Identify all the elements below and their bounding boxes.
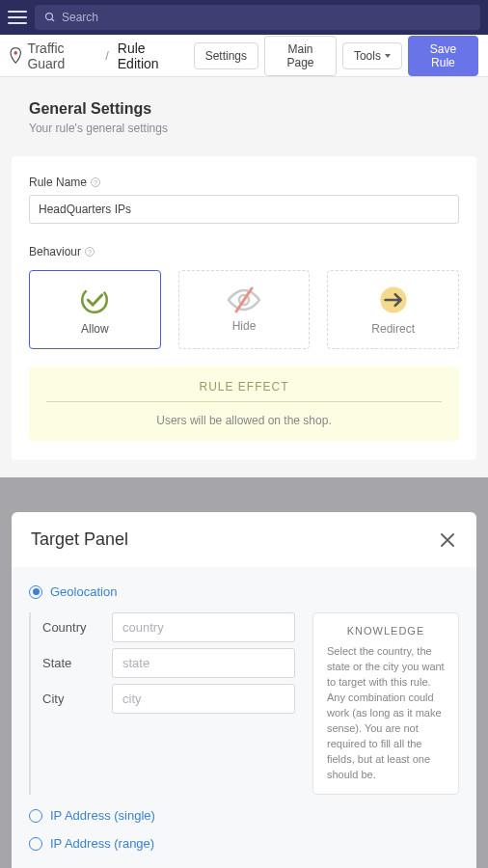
radio-icon: [29, 837, 42, 851]
effect-title: RULE EFFECT: [46, 380, 442, 402]
target-panel: Target Panel Geolocation Country State: [12, 512, 476, 868]
general-card: Rule Name ? Behaviour ? Allow Hide Redir…: [12, 156, 476, 460]
tools-button[interactable]: Tools: [342, 42, 402, 69]
radio-geolocation[interactable]: Geolocation: [29, 584, 459, 599]
modal-overlay: Target Panel Geolocation Country State: [0, 477, 488, 868]
search-wrap[interactable]: [35, 5, 480, 30]
arrow-right-icon: [377, 284, 410, 316]
check-icon: [78, 284, 111, 316]
country-input[interactable]: [112, 612, 295, 642]
behaviour-hide[interactable]: Hide: [178, 270, 311, 349]
general-settings-section: General Settings Your rule's general set…: [0, 77, 488, 145]
settings-button[interactable]: Settings: [194, 42, 258, 69]
page-title: Rule Edition: [118, 41, 182, 71]
chevron-down-icon: [385, 54, 391, 58]
panel-body: Geolocation Country State City: [12, 567, 476, 868]
knowledge-body: Select the country, the state or the cit…: [327, 644, 445, 782]
behaviour-redirect[interactable]: Redirect: [327, 270, 459, 349]
menu-icon[interactable]: [8, 8, 27, 27]
help-icon[interactable]: ?: [91, 177, 100, 187]
panel-header: Target Panel: [12, 512, 476, 567]
state-label: State: [42, 656, 100, 670]
topbar: [0, 0, 488, 35]
state-input[interactable]: [112, 648, 295, 678]
city-label: City: [42, 692, 100, 706]
brand[interactable]: Traffic Guard: [27, 41, 96, 71]
radio-ip-single[interactable]: IP Address (single): [29, 808, 459, 823]
close-icon: [440, 532, 455, 548]
panel-title: Target Panel: [31, 529, 128, 550]
search-input[interactable]: [62, 11, 471, 24]
rule-effect-box: RULE EFFECT Users will be allowed on the…: [29, 366, 459, 441]
section-subtitle: Your rule's general settings: [29, 122, 459, 135]
behaviour-label: Behaviour ?: [29, 245, 459, 258]
radio-icon: [29, 809, 42, 823]
behaviour-allow[interactable]: Allow: [29, 270, 161, 349]
logo-icon: [10, 47, 21, 65]
radio-ip-range[interactable]: IP Address (range): [29, 836, 459, 851]
effect-body: Users will be allowed on the shop.: [46, 414, 442, 427]
country-label: Country: [42, 620, 100, 635]
city-input[interactable]: [112, 684, 295, 714]
geolocation-fields: Country State City: [29, 612, 295, 795]
svg-point-3: [78, 284, 111, 316]
knowledge-box: KNOWLEDGE Select the country, the state …: [312, 612, 459, 795]
main-page-button[interactable]: Main Page: [264, 36, 337, 76]
help-icon[interactable]: ?: [85, 247, 95, 257]
rule-name-input[interactable]: [29, 195, 459, 224]
breadcrumb-slash: /: [105, 48, 109, 63]
search-icon: [44, 12, 56, 23]
knowledge-title: KNOWLEDGE: [327, 625, 445, 637]
save-rule-button[interactable]: Save Rule: [408, 36, 478, 76]
rule-name-label: Rule Name ?: [29, 176, 459, 189]
behaviour-options: Allow Hide Redirect: [29, 270, 459, 349]
eye-slash-icon: [225, 286, 263, 313]
header: Traffic Guard / Rule Edition Settings Ma…: [0, 35, 488, 77]
section-title: General Settings: [29, 100, 459, 118]
svg-point-0: [46, 14, 53, 20]
svg-point-2: [14, 51, 17, 55]
close-button[interactable]: [438, 530, 457, 550]
svg-line-1: [52, 19, 55, 22]
radio-icon: [29, 585, 42, 599]
